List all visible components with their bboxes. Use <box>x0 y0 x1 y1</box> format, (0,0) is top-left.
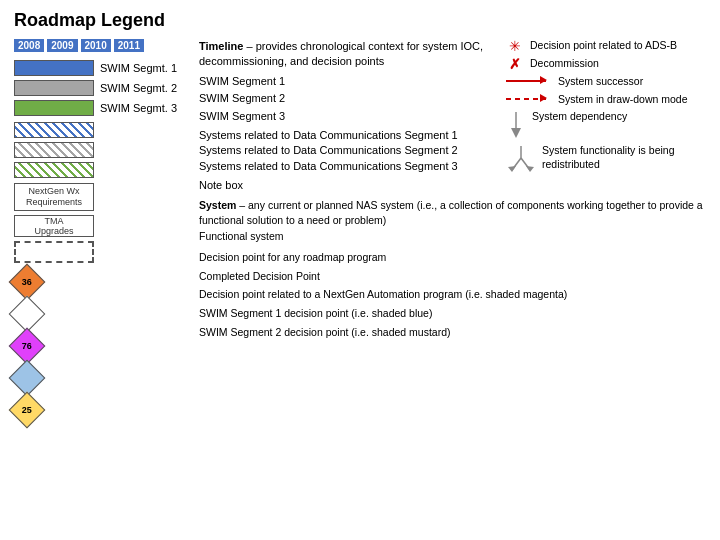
x-icon: ✗ <box>506 57 524 71</box>
functional-system-desc: Functional system <box>199 229 706 245</box>
hatch2-desc: Systems related to Data Communications S… <box>199 143 496 158</box>
diamond-yellow-label: 25 <box>22 405 32 414</box>
svg-marker-5 <box>508 166 516 172</box>
solid-arrow-icon <box>506 80 546 82</box>
hatch-section <box>14 122 189 178</box>
diamond-magenta-label: 76 <box>22 341 32 350</box>
segment-2-swatch <box>14 80 94 96</box>
symbol-successor: System successor <box>506 75 706 89</box>
swim1-dp-desc: SWIM Segment 1 decision point (i.e. shad… <box>199 306 706 322</box>
note-box-item: NextGen WxRequirements <box>14 183 189 211</box>
timeline-desc-block: Timeline – provides chronological contex… <box>199 39 496 194</box>
nextgen-dp-desc: Decision point related to a NextGen Auto… <box>199 287 706 303</box>
swim-seg3-desc: SWIM Segment 3 <box>199 109 496 124</box>
diamond-magenta-item: 76 <box>14 333 189 359</box>
hatch-item-3 <box>14 162 189 178</box>
segment-2-item: SWIM Segmt. 2 <box>14 80 189 96</box>
year-2010: 2010 <box>81 39 111 52</box>
symbol-decommission: ✗ Decommission <box>506 57 706 71</box>
segment-3-label: SWIM Segmt. 3 <box>100 102 177 114</box>
segment-1-swatch <box>14 60 94 76</box>
completed-dp-desc: Completed Decision Point <box>199 269 706 285</box>
dependency-arrow-icon <box>506 110 526 140</box>
decommission-desc: Decommission <box>530 57 599 71</box>
segment-3-item: SWIM Segmt. 3 <box>14 100 189 116</box>
timeline-description: Timeline – provides chronological contex… <box>199 39 496 70</box>
swim-seg1-desc: SWIM Segment 1 <box>199 74 496 89</box>
segment-2-label: SWIM Segmt. 2 <box>100 82 177 94</box>
swim2-dp-desc: SWIM Segment 2 decision point (i.e. shad… <box>199 325 706 341</box>
system-definition: System – any current or planned NAS syst… <box>199 198 706 230</box>
segment-1-label: SWIM Segmt. 1 <box>100 62 177 74</box>
note-swatch: NextGen WxRequirements <box>14 183 94 211</box>
left-column: 2008 2009 2010 2011 SWIM Segmt. 1 SWIM S… <box>14 39 189 423</box>
asterisk-icon: ✳ <box>506 39 524 53</box>
note-box-desc: Note box <box>199 178 496 193</box>
diamond-blue-item <box>14 365 189 391</box>
symbol-redistribute: System functionality is being redistribu… <box>506 144 706 174</box>
year-2011: 2011 <box>114 39 144 52</box>
hatch-item-1 <box>14 122 189 138</box>
redistribute-desc: System functionality is being redistribu… <box>542 144 706 171</box>
tma-swatch: TMAUpgrades <box>14 215 94 237</box>
hatch-swatch-3 <box>14 162 94 178</box>
segment-3-swatch <box>14 100 94 116</box>
hatch-swatch-2 <box>14 142 94 158</box>
dashed-arrow-icon <box>506 98 546 100</box>
drawdown-desc: System in draw-down mode <box>558 93 688 107</box>
right-top-section: Timeline – provides chronological contex… <box>199 39 706 194</box>
right-column: Timeline – provides chronological contex… <box>199 39 706 423</box>
successor-desc: System successor <box>558 75 643 89</box>
timeline-years: 2008 2009 2010 2011 <box>14 39 189 52</box>
tma-box-item: TMAUpgrades <box>14 215 189 237</box>
diamond-orange-item: 36 <box>14 269 189 295</box>
hatch-item-2 <box>14 142 189 158</box>
symbol-ads-b: ✳ Decision point related to ADS-B <box>506 39 706 53</box>
page-title: Roadmap Legend <box>14 10 706 31</box>
diamond-section: 36 76 25 <box>14 269 189 423</box>
segment-1-item: SWIM Segmt. 1 <box>14 60 189 76</box>
year-2008: 2008 <box>14 39 44 52</box>
diamond-orange-label: 36 <box>22 277 32 286</box>
year-2009: 2009 <box>47 39 77 52</box>
hatch3-desc: Systems related to Data Communications S… <box>199 159 496 174</box>
redistribute-arrow-icon <box>506 144 536 174</box>
svg-marker-6 <box>526 166 534 172</box>
decision-point-desc: Decision point for any roadmap program <box>199 250 706 266</box>
diamond-yellow: 25 <box>9 392 46 429</box>
diamond-yellow-item: 25 <box>14 397 189 423</box>
functional-system-item <box>14 241 189 263</box>
svg-marker-1 <box>511 128 521 138</box>
dependency-desc: System dependency <box>532 110 627 124</box>
bottom-descriptions: System – any current or planned NAS syst… <box>199 198 706 341</box>
symbols-block: ✳ Decision point related to ADS-B ✗ Deco… <box>506 39 706 194</box>
diamond-white-item <box>14 301 189 327</box>
symbol-drawdown: System in draw-down mode <box>506 93 706 107</box>
hatch1-desc: Systems related to Data Communications S… <box>199 128 496 143</box>
hatch-swatch-1 <box>14 122 94 138</box>
swim-seg2-desc: SWIM Segment 2 <box>199 91 496 106</box>
ads-b-desc: Decision point related to ADS-B <box>530 39 677 53</box>
functional-swatch <box>14 241 94 263</box>
symbol-dependency: System dependency <box>506 110 706 140</box>
